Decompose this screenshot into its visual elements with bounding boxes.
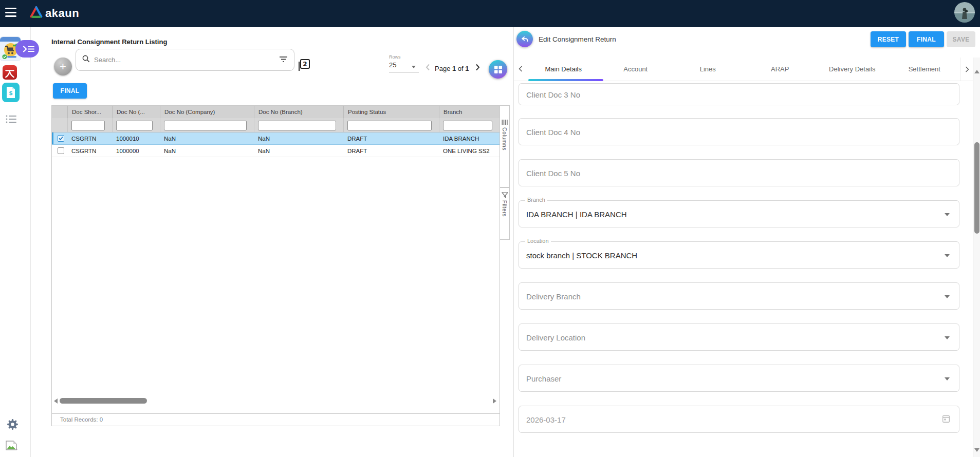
app-red-icon[interactable] <box>3 65 17 80</box>
filters-label: Filters <box>502 200 508 217</box>
filter-branch-input[interactable] <box>443 121 492 130</box>
filter-doc-short-input[interactable] <box>71 121 105 130</box>
doc-date-field[interactable]: 2026-03-17 <box>519 406 959 433</box>
filter-posting-status-input[interactable] <box>347 121 432 130</box>
table-filter-row <box>52 118 500 132</box>
field-float-label: Branch <box>525 197 547 203</box>
header-doc-no-company[interactable]: Doc No (Company) <box>160 106 254 118</box>
cell-doc-no-company: NaN <box>160 145 254 157</box>
reset-button[interactable]: RESET <box>871 31 906 47</box>
listing-final-button[interactable]: FINAL <box>53 83 87 99</box>
vertical-scrollbar-thumb[interactable] <box>974 142 979 234</box>
prev-page-icon[interactable] <box>426 64 430 73</box>
cell-doc-no: 1000010 <box>112 132 160 144</box>
back-button[interactable] <box>516 31 533 47</box>
page-indicator: Page 1 of 1 <box>435 65 469 72</box>
table-row[interactable]: CSGRTN 1000010 NaN NaN DRAFT IDA BRANCH <box>52 132 500 145</box>
search-input[interactable] <box>94 56 279 64</box>
app-list-icon[interactable] <box>6 115 17 126</box>
client-doc-3-field[interactable]: Client Doc 3 No <box>519 83 959 105</box>
rows-per-page-label: Rows <box>389 54 401 60</box>
editor-title: Edit Consignment Return <box>539 35 616 43</box>
field-label: Purchaser <box>526 374 561 383</box>
tab-prev-icon[interactable] <box>514 65 527 74</box>
brand-logo[interactable]: akaun <box>29 6 79 21</box>
header-checkbox-col <box>52 106 67 118</box>
next-page-icon[interactable] <box>475 64 480 73</box>
scroll-right-icon[interactable] <box>493 398 496 404</box>
filters-side-button[interactable]: Filters <box>500 187 510 240</box>
delivery-location-select[interactable]: Delivery Location <box>519 323 959 351</box>
vertical-scrollbar[interactable] <box>973 58 980 457</box>
branch-select[interactable]: Branch IDA BRANCH | IDA BRANCH <box>519 200 959 227</box>
field-label: Delivery Branch <box>526 292 581 300</box>
listing-table: Doc Shor... Doc No (... Doc No (Company)… <box>51 105 500 426</box>
scroll-down-icon[interactable] <box>974 448 979 452</box>
row-checkbox[interactable] <box>58 147 64 154</box>
header-doc-no[interactable]: Doc No (... <box>112 106 160 118</box>
filter-icon[interactable] <box>279 55 288 65</box>
cell-doc-no: 1000000 <box>112 145 160 157</box>
filter-doc-no-branch-input[interactable] <box>258 121 336 130</box>
tab-settlement[interactable]: Settlement <box>889 58 961 81</box>
dropdown-caret-icon[interactable] <box>945 336 950 339</box>
add-button[interactable]: + <box>54 58 72 75</box>
grid-view-icon <box>494 65 503 74</box>
tab-arap[interactable]: ARAP <box>744 58 817 81</box>
field-label: Client Doc 5 No <box>526 168 580 177</box>
tab-lines[interactable]: Lines <box>672 58 744 81</box>
dropdown-caret-icon[interactable] <box>945 213 950 216</box>
location-select[interactable]: Location stock branch | STOCK BRANCH <box>519 241 959 269</box>
scroll-left-icon[interactable] <box>54 398 58 404</box>
filter-doc-no-input[interactable] <box>116 121 153 130</box>
rows-per-page-select[interactable]: 25 <box>389 61 419 72</box>
client-doc-4-field[interactable]: Client Doc 4 No <box>519 118 959 145</box>
delivery-branch-select[interactable]: Delivery Branch <box>519 282 959 310</box>
tab-account[interactable]: Account <box>600 58 672 81</box>
header-doc-short[interactable]: Doc Shor... <box>67 106 112 118</box>
svg-text:2: 2 <box>303 61 307 68</box>
header-posting-status[interactable]: Posting Status <box>343 106 439 118</box>
table-header-row: Doc Shor... Doc No (... Doc No (Company)… <box>52 106 500 118</box>
dropdown-caret-icon[interactable] <box>945 295 950 298</box>
active-tab-underline <box>528 79 603 81</box>
app-invoice-icon[interactable]: $ <box>2 83 20 102</box>
editor-tabs: Main Details Account Lines ARAP Delivery… <box>514 58 973 81</box>
header-branch[interactable]: Branch <box>439 106 500 118</box>
row-checkbox[interactable] <box>58 135 64 142</box>
save-button[interactable]: SAVE <box>947 31 975 47</box>
table-row[interactable]: CSGRTN 1000000 NaN NaN DRAFT ONE LIVING … <box>52 145 500 157</box>
cell-doc-short: CSGRTN <box>67 145 112 157</box>
app-root: akaun <box>0 0 980 457</box>
settings-gear-icon[interactable] <box>6 418 19 433</box>
back-icon <box>520 34 529 44</box>
tab-next-icon[interactable] <box>960 58 973 81</box>
brand-logo-icon <box>29 6 43 21</box>
broken-image-icon: c <box>5 440 17 453</box>
drawer-toggle-icon[interactable] <box>15 40 39 58</box>
editor-final-button[interactable]: FINAL <box>909 31 944 47</box>
tab-delivery-details[interactable]: Delivery Details <box>816 58 889 81</box>
horizontal-scrollbar[interactable] <box>52 397 500 405</box>
duplicate-view-icon[interactable]: 2 <box>298 58 310 74</box>
menu-icon[interactable] <box>5 8 17 18</box>
dropdown-caret-icon[interactable] <box>945 254 950 257</box>
cell-doc-short: CSGRTN <box>67 132 112 144</box>
cell-doc-no-company: NaN <box>160 132 254 144</box>
purchaser-select[interactable]: Purchaser <box>519 365 959 392</box>
scroll-up-icon[interactable] <box>974 70 979 73</box>
calendar-icon[interactable] <box>941 414 951 425</box>
page-title: Internal Consignment Return Listing <box>51 38 167 46</box>
app-sidebar: $ <box>0 27 31 457</box>
client-doc-5-field[interactable]: Client Doc 5 No <box>519 159 959 186</box>
filter-doc-no-company-input[interactable] <box>164 121 247 130</box>
columns-side-button[interactable]: Columns <box>500 105 510 187</box>
grid-view-button[interactable] <box>489 60 507 79</box>
tab-main-details[interactable]: Main Details <box>527 58 600 81</box>
avatar[interactable] <box>954 2 975 23</box>
field-label: Client Doc 3 No <box>526 90 580 99</box>
horizontal-scrollbar-thumb[interactable] <box>60 398 147 404</box>
dropdown-caret-icon[interactable] <box>945 377 950 380</box>
header-doc-no-branch[interactable]: Doc No (Branch) <box>254 106 343 118</box>
field-value: stock branch | STOCK BRANCH <box>526 251 637 259</box>
